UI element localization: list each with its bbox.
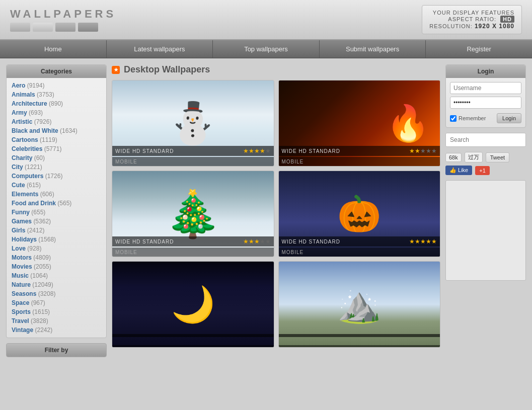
category-item-vintage[interactable]: Vintage (2242) bbox=[12, 325, 101, 335]
category-item-travel[interactable]: Travel (3828) bbox=[12, 316, 101, 325]
resolution-value: 1920 X 1080 bbox=[475, 23, 514, 30]
nav-item-top[interactable]: Top wallpapers bbox=[213, 40, 320, 58]
category-item-animals[interactable]: Animals (3753) bbox=[12, 90, 101, 99]
wallpaper-type: WIDE HD STANDARD bbox=[282, 239, 340, 244]
category-item-city[interactable]: City (1221) bbox=[12, 162, 101, 172]
wallpaper-card-fire[interactable]: WIDE HD STANDARD★★★★★MOBILE bbox=[278, 80, 441, 167]
password-input[interactable] bbox=[450, 97, 521, 109]
logo-block-2 bbox=[33, 23, 53, 32]
nav-item-latest[interactable]: Latest wallpapers bbox=[107, 40, 213, 58]
nav-item-submit[interactable]: Submit wallpapers bbox=[320, 40, 426, 58]
rss-icon: ★ bbox=[112, 66, 120, 74]
content-title: Desktop Wallpapers bbox=[124, 64, 210, 75]
wallpaper-footer-xmastree: WIDE HD STANDARD★★★★★ bbox=[112, 236, 274, 247]
category-item-food-and-drink[interactable]: Food and Drink (565) bbox=[12, 199, 101, 208]
username-input[interactable] bbox=[450, 82, 521, 94]
filter-box: Filter by bbox=[6, 343, 107, 357]
wallpaper-bottom-minions: MOBILE bbox=[279, 248, 440, 257]
wallpaper-card-space[interactable] bbox=[112, 261, 274, 348]
category-item-elements[interactable]: Elements (606) bbox=[12, 190, 101, 199]
category-item-music[interactable]: Music (1064) bbox=[12, 271, 101, 280]
wallpaper-image-mountains bbox=[279, 262, 440, 347]
category-item-artistic[interactable]: Artistic (7926) bbox=[12, 117, 101, 126]
logo-blocks bbox=[10, 23, 116, 32]
stars: ★★★★★ bbox=[243, 238, 271, 245]
like-count-zh: 过万 bbox=[465, 152, 483, 162]
category-item-nature[interactable]: Nature (12049) bbox=[12, 280, 101, 289]
category-item-movies[interactable]: Movies (2055) bbox=[12, 262, 101, 271]
mobile-label: MOBILE bbox=[282, 250, 304, 255]
fb-like-button[interactable]: 👍 Like bbox=[445, 166, 472, 175]
content-area: ★ Desktop Wallpapers WIDE HD STANDARD★★★… bbox=[112, 64, 440, 357]
nav-item-register[interactable]: Register bbox=[426, 40, 532, 58]
logo-block-3 bbox=[55, 23, 75, 32]
logo-text: WALLPAPERS bbox=[10, 8, 116, 21]
category-item-girls[interactable]: Girls (2412) bbox=[12, 226, 101, 235]
navbar: Home Latest wallpapers Top wallpapers Su… bbox=[0, 40, 532, 58]
wallpaper-type: WIDE HD STANDARD bbox=[115, 148, 174, 154]
wallpaper-card-minions[interactable]: WIDE HD STANDARD★★★★★MOBILE bbox=[278, 171, 441, 257]
wallpaper-bottom-snowman: MOBILE bbox=[112, 157, 274, 166]
stars: ★★★★★ bbox=[409, 238, 437, 245]
wallpaper-bottom-space bbox=[112, 345, 274, 347]
stars: ★★★★★ bbox=[409, 147, 437, 154]
wallpaper-grid: WIDE HD STANDARD★★★★★MOBILEWIDE HD STAND… bbox=[112, 80, 440, 348]
remember-row: Remember Login bbox=[450, 113, 521, 123]
main-layout: Categories Aero (9194)Animals (3753)Arch… bbox=[0, 58, 532, 363]
display-info: YOUR DISPLAY FEATURES ASPECT RATIO: HD R… bbox=[422, 5, 522, 34]
category-item-computers[interactable]: Computers (1726) bbox=[12, 172, 101, 181]
categories-list: Aero (9194)Animals (3753)Architecture (8… bbox=[7, 78, 106, 338]
category-item-celebrities[interactable]: Celebrities (5771) bbox=[12, 144, 101, 153]
category-item-black-and-white[interactable]: Black and White (1634) bbox=[12, 126, 101, 135]
login-form: Remember Login bbox=[446, 78, 525, 127]
social-box: 68k 过万 Tweet 👍 Like +1 bbox=[445, 152, 526, 175]
category-item-holidays[interactable]: Holidays (1568) bbox=[12, 235, 101, 244]
wallpaper-image-snowman: WIDE HD STANDARD★★★★★MOBILE bbox=[112, 80, 274, 166]
logo-block-4 bbox=[78, 23, 98, 32]
category-item-love[interactable]: Love (928) bbox=[12, 244, 101, 253]
resolution-row: RESOLUTION: 1920 X 1080 bbox=[429, 23, 514, 30]
wallpaper-footer-snowman: WIDE HD STANDARD★★★★★ bbox=[112, 146, 274, 156]
login-header: Login bbox=[446, 65, 525, 78]
tweet-button[interactable]: Tweet bbox=[486, 152, 509, 162]
wallpaper-image-minions: WIDE HD STANDARD★★★★★MOBILE bbox=[279, 171, 440, 257]
remember-checkbox[interactable] bbox=[450, 115, 457, 122]
mobile-label: MOBILE bbox=[282, 159, 304, 165]
category-item-cartoons[interactable]: Cartoons (1119) bbox=[12, 135, 101, 144]
categories-box: Categories Aero (9194)Animals (3753)Arch… bbox=[6, 64, 107, 338]
login-button[interactable]: Login bbox=[497, 113, 521, 123]
category-item-army[interactable]: Army (693) bbox=[12, 108, 101, 117]
wallpaper-bottom-xmastree: MOBILE bbox=[112, 248, 274, 257]
category-item-sports[interactable]: Sports (1615) bbox=[12, 307, 101, 316]
remember-label[interactable]: Remember bbox=[450, 115, 486, 122]
mobile-label: MOBILE bbox=[115, 159, 137, 165]
gplus-button[interactable]: +1 bbox=[475, 166, 490, 175]
ad-box bbox=[445, 180, 526, 281]
search-box: 🔍 bbox=[445, 133, 526, 147]
search-input[interactable] bbox=[446, 134, 526, 146]
wallpaper-footer-fire: WIDE HD STANDARD★★★★★ bbox=[279, 146, 440, 156]
hd-badge: HD bbox=[500, 16, 514, 23]
category-item-seasons[interactable]: Seasons (3208) bbox=[12, 289, 101, 298]
category-item-funny[interactable]: Funny (655) bbox=[12, 208, 101, 217]
category-item-games[interactable]: Games (5362) bbox=[12, 217, 101, 226]
category-item-charity[interactable]: Charity (60) bbox=[12, 153, 101, 162]
mobile-label: MOBILE bbox=[115, 250, 137, 255]
wallpaper-card-xmastree[interactable]: WIDE HD STANDARD★★★★★MOBILE bbox=[112, 171, 274, 257]
logo-block-1 bbox=[10, 23, 30, 32]
category-item-motors[interactable]: Motors (4809) bbox=[12, 253, 101, 262]
category-item-space[interactable]: Space (967) bbox=[12, 298, 101, 307]
category-item-cute[interactable]: Cute (615) bbox=[12, 181, 101, 190]
like-count: 68k bbox=[445, 153, 462, 162]
category-item-aero[interactable]: Aero (9194) bbox=[12, 81, 101, 90]
wallpaper-image-space bbox=[112, 262, 274, 347]
header: WALLPAPERS YOUR DISPLAY FEATURES ASPECT … bbox=[0, 0, 532, 40]
aspect-label: ASPECT RATIO: bbox=[448, 16, 496, 22]
login-box: Login Remember Login bbox=[445, 64, 526, 128]
right-sidebar: Login Remember Login 🔍 68k bbox=[445, 64, 526, 357]
wallpaper-card-snowman[interactable]: WIDE HD STANDARD★★★★★MOBILE bbox=[112, 80, 274, 167]
wallpaper-type: WIDE HD STANDARD bbox=[115, 239, 174, 244]
nav-item-home[interactable]: Home bbox=[0, 40, 107, 58]
wallpaper-card-mountains[interactable] bbox=[278, 261, 441, 348]
category-item-architecture[interactable]: Architecture (890) bbox=[12, 99, 101, 108]
